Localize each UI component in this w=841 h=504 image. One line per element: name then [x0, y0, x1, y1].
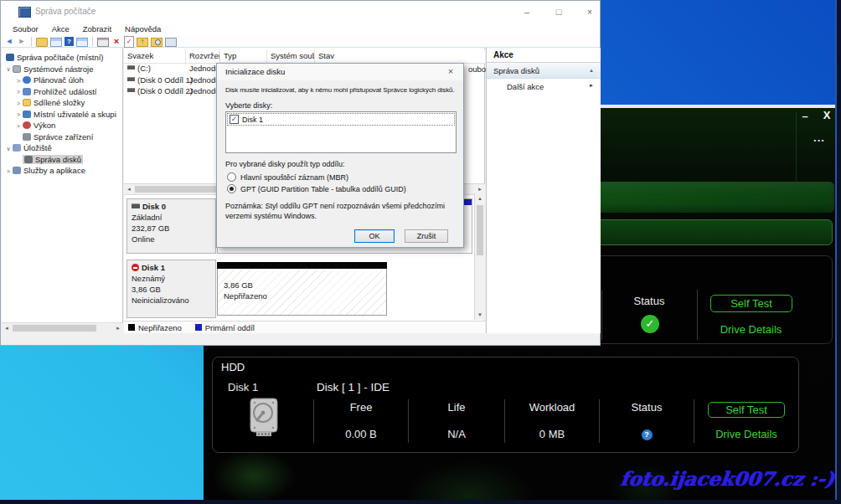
collapse-icon[interactable]: ▲	[589, 68, 594, 73]
gpt-radio-option[interactable]: GPT (GUID Partition Table - tabulka oddí…	[227, 184, 406, 193]
export-list-icon[interactable]	[36, 38, 48, 47]
menu-zobrazit[interactable]: Zobrazit	[76, 23, 118, 36]
menu-soubor[interactable]: Soubor	[6, 23, 45, 36]
actions-group-disk-management[interactable]: Správa disků ▲	[487, 63, 601, 79]
app-minimize-button[interactable]: –	[798, 110, 812, 122]
drive-details-link[interactable]: Drive Details	[715, 428, 777, 440]
device-manager-icon	[23, 133, 31, 141]
folder-search-icon[interactable]	[151, 38, 163, 47]
screen-bottom-edge	[0, 500, 841, 504]
disk-checkbox[interactable]: ✓	[230, 115, 239, 124]
dialog-title: Inicializace disku	[225, 67, 285, 76]
app-menu-button[interactable]: ...	[808, 131, 830, 144]
chevron-closed-icon[interactable]: >	[14, 121, 23, 131]
cancel-button[interactable]: Zrušit	[405, 229, 448, 243]
partition-label: Nepřiřazeno	[224, 291, 386, 301]
scroll-down-icon[interactable]: ▼	[475, 310, 485, 320]
ok-button[interactable]: OK	[354, 229, 395, 243]
volume-list-header: Svazek Rozvržení Typ Systém souborů Stav	[124, 49, 485, 64]
tree-item-local-users[interactable]: >Místní uživatelé a skupi	[2, 109, 122, 121]
column-header-system-souboru[interactable]: Systém souborů	[267, 49, 315, 63]
chevron-closed-icon[interactable]: >	[14, 98, 23, 109]
tree-horizontal-scrollbar[interactable]: ◄ ►	[2, 322, 123, 333]
drive-details-link[interactable]: Drive Details	[703, 323, 799, 336]
status-unknown-icon: ?	[642, 429, 653, 440]
shared-folders-icon	[23, 99, 31, 106]
show-console-tree-icon[interactable]	[50, 38, 62, 47]
tree-item-services[interactable]: >Služby a aplikace	[2, 165, 122, 177]
disk1-partition-graph[interactable]: 3,86 GB Nepřiřazeno	[217, 262, 387, 316]
back-icon[interactable]: ◄	[4, 37, 14, 46]
metric-label: Workload	[529, 401, 575, 414]
tree-label: Místní uživatelé a skupi	[34, 110, 116, 119]
column-header-svazek[interactable]: Svazek	[124, 49, 186, 63]
show-action-pane-icon[interactable]	[76, 38, 88, 47]
scrollbar-thumb[interactable]	[477, 205, 483, 255]
volume-name: (C:)	[137, 64, 151, 73]
disk-listbox[interactable]: ✓ Disk 1	[225, 111, 457, 153]
scroll-up-icon[interactable]: ▲	[475, 193, 485, 203]
disk-list-item[interactable]: ✓ Disk 1	[227, 113, 455, 126]
mbr-radio-option[interactable]: Hlavní spouštěcí záznam (MBR)	[227, 172, 348, 182]
delete-icon[interactable]: ×	[111, 37, 121, 46]
self-test-button[interactable]: Self Test	[710, 295, 792, 312]
scroll-right-icon[interactable]: ►	[113, 323, 123, 333]
disk-size: 232,87 GB	[132, 223, 211, 234]
folder-up-icon[interactable]: ↑	[137, 38, 148, 47]
dialog-title-bar: Inicializace disku ×	[217, 64, 463, 80]
tree-root[interactable]: Správa počítače (místní)	[2, 52, 122, 64]
tree-item-performance[interactable]: >Výkon	[2, 120, 122, 131]
storage-icon	[13, 144, 21, 152]
disk-size: 3,86 GB	[132, 284, 211, 295]
metric-workload: Workload 0 MB	[504, 399, 599, 443]
scrollbar-thumb[interactable]	[13, 325, 96, 332]
scroll-left-icon[interactable]: ◄	[2, 323, 12, 333]
tree-item-storage[interactable]: ∨Úložiště	[2, 142, 122, 154]
submenu-arrow-icon: ►	[589, 83, 594, 88]
help-icon[interactable]: ?	[64, 37, 74, 46]
chevron-closed-icon[interactable]: >	[14, 75, 23, 86]
disk-status: Online	[132, 234, 211, 244]
dialog-close-icon[interactable]: ×	[445, 66, 457, 76]
chevron-closed-icon[interactable]: >	[14, 86, 23, 97]
chevron-open-icon[interactable]: ∨	[4, 64, 13, 75]
tree-item-system-tools[interactable]: ∨Systémové nástroje	[2, 64, 122, 75]
tree-item-device-manager[interactable]: Správce zařízení	[2, 131, 122, 143]
minimize-button[interactable]: –	[517, 5, 537, 18]
disk-area-vertical-scrollbar[interactable]: ▲ ▼	[474, 193, 485, 320]
forward-icon[interactable]: ►	[17, 37, 27, 46]
tree-item-disk-management[interactable]: Správa disků	[2, 154, 122, 166]
unallocated-region[interactable]: 3,86 GB Nepřiřazeno	[217, 269, 387, 316]
chevron-closed-icon[interactable]: >	[14, 109, 23, 120]
column-header-rozvrzeni[interactable]: Rozvržení	[186, 49, 220, 63]
disk-item-label: Disk 1	[242, 116, 263, 124]
primary-partition-swatch	[195, 324, 202, 331]
close-button[interactable]: ×	[580, 5, 600, 18]
chevron-closed-icon[interactable]: >	[4, 166, 13, 177]
check-document-icon[interactable]: ✓	[124, 36, 134, 48]
disk0-info-block[interactable]: Disk 0 Základní 232,87 GB Online	[126, 198, 216, 254]
app-close-button[interactable]: X	[820, 109, 833, 121]
menu-napoveda[interactable]: Nápověda	[118, 23, 168, 36]
column-header-stav[interactable]: Stav	[315, 49, 485, 63]
disk-error-icon	[132, 264, 139, 271]
disk1-info-block[interactable]: Disk 1 Neznámý 3,86 GB Neinicializováno	[126, 260, 216, 318]
partition-type-label: Pro vybrané disky použít typ oddílu:	[225, 160, 345, 168]
scroll-left-icon[interactable]: ◄	[124, 184, 134, 194]
actions-more-item[interactable]: Další akce ►	[487, 79, 601, 94]
radio-selected-icon[interactable]	[227, 184, 236, 193]
action-popup-icon[interactable]	[97, 38, 109, 47]
column-divider	[697, 290, 698, 340]
radio-unselected-icon[interactable]	[227, 172, 236, 182]
toolbar-separator	[92, 37, 93, 46]
tree-item-task-scheduler[interactable]: >Plánovač úloh	[2, 75, 122, 86]
menu-akce[interactable]: Akce	[45, 23, 76, 36]
chevron-open-icon[interactable]: ∨	[4, 143, 13, 154]
tree-item-event-viewer[interactable]: >Prohlížeč událostí	[2, 86, 122, 98]
tree-item-shared-folders[interactable]: >Sdílené složky	[2, 97, 122, 109]
maximize-button[interactable]: □	[549, 5, 569, 18]
column-header-typ[interactable]: Typ	[220, 49, 267, 63]
properties-icon[interactable]	[165, 38, 177, 47]
self-test-button[interactable]: Self Test	[708, 402, 785, 418]
selected-highlight: Správa disků	[23, 155, 83, 164]
